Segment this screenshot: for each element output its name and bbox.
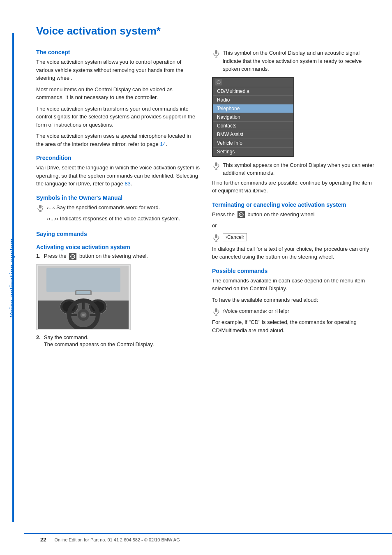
two-col-layout: The concept The voice activation system … <box>36 49 376 354</box>
step-1: 1. Press the <box>36 253 200 260</box>
svg-rect-0 <box>39 205 42 208</box>
menu-item: Contacts <box>213 122 293 130</box>
terminating-heading: Terminating or canceling voice activatio… <box>212 201 376 208</box>
step-1-text: Press the button <box>44 253 148 260</box>
svg-rect-47 <box>215 308 217 312</box>
mic-icon-1 <box>36 204 44 212</box>
symbol-note-row-2: This symbol appears on the Control Displ… <box>212 161 376 177</box>
concept-p4: The voice activation system uses a speci… <box>36 132 200 148</box>
symbol-note-2-text: This symbol appears on the Control Displ… <box>223 161 376 177</box>
svg-line-50 <box>218 310 219 310</box>
activating-heading: Activating voice activation system <box>36 244 200 250</box>
sidebar: Voice activation system <box>0 0 24 555</box>
sidebar-text-wrapper: Voice activation system <box>0 0 24 555</box>
concept-heading: The concept <box>36 49 200 56</box>
svg-point-24 <box>82 314 85 316</box>
saying-heading: Saying commands <box>36 231 200 237</box>
menu-screenshot: CD/MultimediaRadioTelephoneNavigationCon… <box>212 77 294 157</box>
mic-icon-right-2 <box>212 162 220 170</box>
svg-rect-42 <box>215 234 217 238</box>
menu-item: CD/Multimedia <box>213 87 293 96</box>
terminating-p1: Press the button on the steering wheel <box>212 210 376 219</box>
concept-p4-link[interactable]: 14 <box>160 141 166 147</box>
menu-item: Navigation <box>213 113 293 122</box>
possible-heading: Possible commands <box>212 268 376 274</box>
possible-p2: To have the available commands read alou… <box>212 296 376 304</box>
menu-items-list: CD/MultimediaRadioTelephoneNavigationCon… <box>213 87 293 156</box>
svg-line-38 <box>218 164 219 164</box>
step-2-num: 2. <box>36 334 41 351</box>
symbol-2-text: ››...‹‹ Indicates responses of the voice… <box>47 215 180 223</box>
terminating-p2: In dialogs that call for a text of your … <box>212 245 376 261</box>
step-2-text: Say the command. <box>44 334 88 340</box>
step-1-num: 1. <box>36 253 41 260</box>
possible-commands-row: ›Voice commands‹ or ›Help‹ <box>212 307 376 316</box>
svg-rect-26 <box>76 291 90 294</box>
step-2-subtext: The command appears on the Control Displ… <box>44 340 154 349</box>
menu-header <box>213 78 293 87</box>
symbol-note-2b-text: If no further commands are possible, con… <box>212 179 376 195</box>
symbol-row-1: ›...‹ Say the specified commands word fo… <box>36 204 200 212</box>
footer-text: Online Edition for Part no. 01 41 2 604 … <box>54 537 180 542</box>
menu-item: Vehicle Info <box>213 139 293 148</box>
left-column: The concept The voice activation system … <box>36 49 200 354</box>
menu-item: Settings <box>213 148 293 156</box>
cancel-mic-icon <box>212 234 220 242</box>
step-2: 2. Say the command. The command appears … <box>36 334 200 351</box>
possible-p3: For example, if "CD" is selected, the co… <box>212 318 376 334</box>
svg-rect-40 <box>238 211 245 218</box>
main-content: Voice activation system* The concept The… <box>24 0 392 555</box>
menu-item: BMW Assist <box>213 130 293 139</box>
mic-icon-right-1 <box>212 49 220 58</box>
symbol-1-text: ›...‹ Say the specified commands word fo… <box>47 204 160 212</box>
symbol-note-row-1: This symbol on the Control Display and a… <box>212 49 376 73</box>
page-title: Voice activation system* <box>36 25 376 37</box>
concept-p3: The voice activation system transforms y… <box>36 105 200 129</box>
symbol-row-2: ››...‹‹ Indicates responses of the voice… <box>36 215 200 223</box>
concept-p2: Most menu items on the Control Display c… <box>36 86 200 102</box>
footer-page-number: 22 <box>40 536 46 543</box>
steering-btn-icon-1 <box>69 253 76 260</box>
step-2-content: Say the command. The command appears on … <box>44 334 154 351</box>
possible-p1: The commands available in each case depe… <box>212 277 376 293</box>
possible-mic-icon <box>212 308 220 316</box>
precondition-text: Via iDrive, select the language in which… <box>36 164 200 188</box>
possible-commands-text: ›Voice commands‹ or ›Help‹ <box>223 307 289 315</box>
steering-btn-icon-2 <box>238 211 245 218</box>
symbols-heading: Symbols in the Owner's Manual <box>36 194 200 201</box>
svg-line-3 <box>42 206 43 207</box>
page-footer: 22 Online Edition for Part no. 01 41 2 6… <box>24 533 392 543</box>
concept-p4-text: The voice activation system uses a speci… <box>36 133 191 147</box>
svg-rect-35 <box>215 162 217 166</box>
menu-item: Radio <box>213 96 293 104</box>
symbol-note-1-text: This symbol on the Control Display and a… <box>223 49 376 73</box>
svg-line-30 <box>218 52 219 52</box>
terminating-p1-end: or <box>212 222 376 230</box>
menu-item: Telephone <box>213 104 293 113</box>
svg-line-45 <box>218 236 219 236</box>
cancel-label: ›Cancel‹ <box>223 233 247 241</box>
svg-rect-27 <box>215 50 217 54</box>
steering-wheel-image <box>36 264 131 330</box>
precondition-heading: Precondition <box>36 155 200 161</box>
right-column: This symbol on the Control Display and a… <box>212 49 376 354</box>
sidebar-label: Voice activation system <box>9 238 16 317</box>
concept-p1: The voice activation system allows you t… <box>36 58 200 82</box>
precondition-link[interactable]: 83 <box>125 180 130 187</box>
cancel-row: ›Cancel‹ <box>212 233 376 242</box>
svg-rect-11 <box>46 268 120 292</box>
